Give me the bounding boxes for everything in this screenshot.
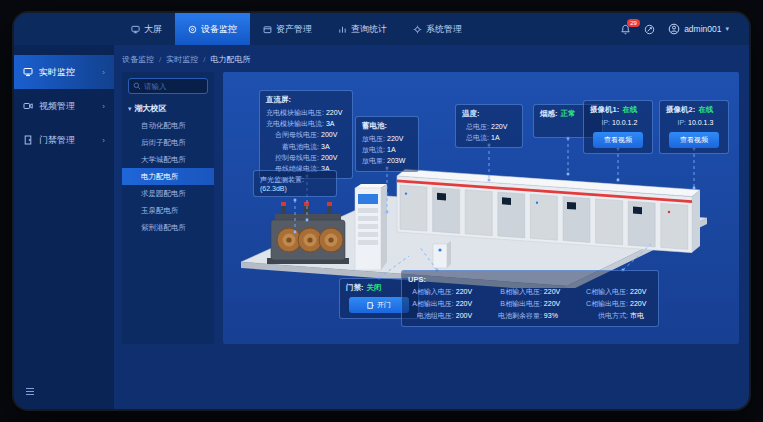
sidebar-item-video-management[interactable]: 视频管理 › — [14, 89, 114, 123]
main-content: 设备监控 / 实时监控 / 电力配电所 ▾ 湖大校区 自动化配 — [114, 45, 749, 409]
topbar-logo-area — [14, 13, 118, 45]
dc-panel-title: 直流屏: — [266, 95, 346, 105]
ups-cell-label: C相输入电压: — [582, 286, 628, 297]
tree-item-station[interactable]: 玉泉配电所 — [128, 202, 208, 219]
tree-root-node[interactable]: ▾ 湖大校区 — [128, 103, 208, 114]
ups-cell-label: 供电方式: — [582, 310, 628, 321]
monitor-icon — [188, 25, 197, 34]
dc-row-value: 200V — [321, 152, 346, 163]
breadcrumb-item[interactable]: 实时监控 — [166, 54, 198, 65]
nav-tab-label: 大屏 — [144, 23, 162, 36]
breadcrumb-item[interactable]: 设备监控 — [122, 54, 154, 65]
dc-row-label: 充电模块输出电压: — [266, 107, 324, 118]
screen-icon — [131, 25, 140, 34]
username: admin001 — [684, 24, 721, 34]
battery-row-label: 放电量: — [362, 155, 385, 166]
camera1-view-video-button[interactable]: 查看视频 — [593, 132, 643, 148]
nav-tab-query-statistics[interactable]: 查询统计 — [325, 13, 400, 45]
temperature-row-label: 总电压: — [462, 121, 489, 132]
breadcrumb-separator: / — [203, 55, 205, 64]
camera1-ip: 10.0.1.2 — [612, 117, 646, 128]
dc-row-value: 3A — [326, 118, 346, 129]
dc-row-label: 蓄电池电流: — [266, 141, 319, 152]
tree-item-station[interactable]: 大学城配电所 — [128, 151, 208, 168]
menu-icon — [25, 387, 35, 396]
camera2-title: 摄像机2: — [666, 105, 695, 115]
door-icon — [23, 135, 33, 145]
camera2-ip-label: IP: — [666, 117, 686, 128]
sidebar-item-label: 视频管理 — [39, 100, 75, 113]
sound-light-monitor-card: 声光监测装置: (62.3dB) — [253, 170, 337, 197]
camera1-ip-label: IP: — [590, 117, 610, 128]
ups-cell-label: A相输出电压: — [408, 298, 454, 309]
nav-tab-dashboard[interactable]: 大屏 — [118, 13, 175, 45]
battery-row-label: 放电压: — [362, 133, 385, 144]
tree-root-label: 湖大校区 — [135, 103, 167, 114]
tree-search-input[interactable] — [144, 82, 203, 91]
tree-item-station[interactable]: 后街子配电所 — [128, 134, 208, 151]
battery-panel-title: 蓄电池: — [362, 121, 412, 131]
dc-row-value: 200V — [321, 129, 346, 140]
ups-cell-value: 93% — [544, 310, 566, 321]
station-tree-panel: ▾ 湖大校区 自动化配电所 后街子配电所 大学城配电所 电力配电所 求是园配电所… — [122, 72, 214, 344]
nav-tab-label: 系统管理 — [426, 23, 462, 36]
open-door-button[interactable]: 开门 — [349, 297, 408, 313]
ups-panel-title: UPS: — [408, 275, 652, 284]
breadcrumb: 设备监控 / 实时监控 / 电力配电所 — [122, 52, 739, 67]
temperature-panel-card: 温度: 总电压:220V 总电流:1A — [455, 104, 523, 148]
temperature-panel-title: 温度: — [462, 109, 516, 119]
camera2-ip: 10.0.1.3 — [688, 117, 722, 128]
smoke-status: 正常 — [561, 109, 576, 119]
camera2-view-video-button[interactable]: 查看视频 — [669, 132, 719, 148]
tree-item-station-active[interactable]: 电力配电所 — [122, 168, 214, 185]
ups-cell-value: 220V — [630, 298, 652, 309]
chevron-right-icon: › — [102, 68, 105, 77]
tree-item-station[interactable]: 自动化配电所 — [128, 117, 208, 134]
tree-search-box[interactable] — [128, 78, 208, 94]
nav-tab-asset-management[interactable]: 资产管理 — [250, 13, 325, 45]
door-label: 门禁: — [346, 283, 364, 293]
sound-light-label: 声光监测装置: — [260, 175, 330, 185]
chevron-down-icon: ▾ — [725, 25, 729, 33]
tree-item-station[interactable]: 紫荆港配电所 — [128, 219, 208, 236]
battery-row-value: 1A — [387, 144, 412, 155]
dc-row-value: 220V — [326, 107, 346, 118]
video-camera-icon — [23, 101, 33, 111]
nav-tab-system-management[interactable]: 系统管理 — [400, 13, 475, 45]
top-navigation-bar: 大屏 设备监控 资产管理 查询统计 系统管理 29 — [14, 13, 749, 45]
tree-expand-icon: ▾ — [128, 105, 132, 113]
ups-cell-value: 220V — [630, 286, 652, 297]
sidebar-item-label: 门禁管理 — [39, 134, 75, 147]
ups-cell-label: 电池剩余容量: — [494, 310, 542, 321]
sidebar-collapse-button[interactable] — [25, 382, 35, 400]
avatar-icon — [668, 23, 680, 35]
battery-row-label: 放电流: — [362, 144, 385, 155]
battery-row-value: 220V — [387, 133, 412, 144]
nav-tab-label: 资产管理 — [276, 23, 312, 36]
dc-row-value: 3A — [321, 141, 346, 152]
camera2-status: 在线 — [698, 105, 713, 115]
chevron-right-icon: › — [102, 136, 105, 145]
user-menu[interactable]: admin001 ▾ — [668, 23, 729, 35]
sound-light-value: (62.3dB) — [260, 185, 330, 192]
notification-bell-button[interactable]: 29 — [620, 24, 631, 35]
ups-cell-value: 市电 — [630, 310, 652, 321]
camera1-title: 摄像机1: — [590, 105, 619, 115]
dc-row-label: 充电模块输出电流: — [266, 118, 324, 129]
monitor-grid-icon — [23, 67, 33, 77]
sidebar-item-realtime-monitoring[interactable]: 实时监控 › — [14, 55, 114, 89]
sidebar-item-access-control[interactable]: 门禁管理 › — [14, 123, 114, 157]
battery-panel-card: 蓄电池: 放电压:220V 放电流:1A 放电量:203W — [355, 116, 419, 172]
nav-tab-device-monitoring[interactable]: 设备监控 — [175, 13, 250, 45]
tree-item-station[interactable]: 求是园配电所 — [128, 185, 208, 202]
fullscreen-icon — [644, 24, 655, 35]
temperature-row-value: 220V — [491, 121, 516, 132]
notification-count-badge: 29 — [627, 19, 640, 27]
ups-cell-value: 220V — [544, 286, 566, 297]
camera2-card: 摄像机2: 在线 IP:10.0.1.3 查看视频 — [659, 100, 729, 154]
fullscreen-button[interactable] — [644, 24, 655, 35]
door-status: 关闭 — [367, 283, 382, 293]
nav-tab-label: 设备监控 — [201, 23, 237, 36]
ups-cell-label: 电池组电压: — [408, 310, 454, 321]
station-3d-canvas: 直流屏: 充电模块输出电压:220V 充电模块输出电流:3A 合闸母线电压:20… — [223, 72, 739, 344]
